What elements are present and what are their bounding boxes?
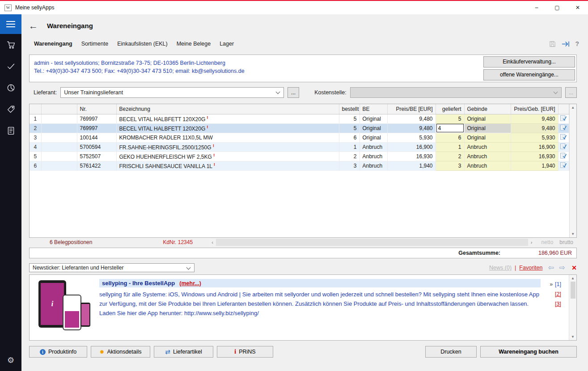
- scroll-down-icon[interactable]: ▼: [571, 232, 575, 236]
- menu-button[interactable]: [0, 14, 21, 34]
- table-row[interactable]: 65761422FRISCHLI SAHNESAUCE VANILLA 1L !…: [30, 161, 569, 170]
- col-preis-be[interactable]: Preis/BE [EUR]: [387, 104, 436, 114]
- col-be[interactable]: BE: [360, 104, 387, 114]
- cell-geliefert[interactable]: 6: [436, 133, 464, 142]
- sidebar-item-tasks[interactable]: [0, 55, 21, 77]
- cell-preis-geb[interactable]: 9,480: [511, 114, 558, 123]
- close-ticker-icon[interactable]: ✕: [571, 264, 577, 271]
- scrollbar-thumb[interactable]: [216, 239, 528, 246]
- news-page-2[interactable]: [2]: [555, 291, 561, 297]
- edit-row-icon[interactable]: [560, 153, 567, 159]
- cell-edit-icon[interactable]: [558, 114, 569, 123]
- scroll-right-icon[interactable]: ›: [528, 239, 535, 246]
- cell-geliefert[interactable]: 1: [436, 142, 464, 152]
- cell-gebinde[interactable]: Anbruch: [464, 161, 511, 170]
- geliefert-input[interactable]: [436, 124, 464, 132]
- prins-button[interactable]: i PRiNS: [217, 346, 273, 358]
- tab-wareneingang[interactable]: Wareneingang: [30, 41, 77, 47]
- cell-preis-geb[interactable]: 16,930: [511, 152, 558, 161]
- table-row[interactable]: 55752507GEKO HUEHNERFLEISCH WF 2,5KG !2A…: [30, 152, 569, 161]
- scroll-up-icon[interactable]: ▲: [571, 276, 575, 280]
- cell-geliefert[interactable]: 3: [436, 161, 464, 170]
- minimize-button[interactable]: –: [526, 1, 547, 14]
- col-geliefert[interactable]: geliefert: [436, 104, 464, 114]
- table-vertical-scrollbar[interactable]: ▲ ▼: [569, 104, 577, 237]
- tab-lager[interactable]: Lager: [215, 41, 238, 47]
- brutto-toggle[interactable]: brutto: [559, 239, 573, 245]
- news-page-3[interactable]: [3]: [555, 301, 561, 307]
- col-bestellt[interactable]: bestellt: [339, 104, 360, 114]
- cell-bestellt: 6: [339, 133, 360, 142]
- lieferant-select[interactable]: Unser Trainingslieferant: [60, 87, 284, 98]
- news-page-1[interactable]: [1]: [555, 281, 561, 287]
- cell-edit-icon[interactable]: [558, 142, 569, 152]
- news-more-link[interactable]: (mehr...): [179, 280, 201, 287]
- next-news-icon[interactable]: ⇨: [559, 264, 565, 271]
- favoriten-link[interactable]: Favoriten: [519, 265, 542, 271]
- cell-preis-geb[interactable]: 1,940: [511, 161, 558, 170]
- cell-edit-icon[interactable]: [558, 123, 569, 133]
- forward-icon[interactable]: [562, 41, 570, 47]
- produktinfo-button[interactable]: i Produktinfo: [29, 346, 87, 358]
- cell-geliefert[interactable]: [436, 123, 464, 133]
- edit-row-icon[interactable]: [560, 143, 567, 149]
- cell-edit-icon[interactable]: [558, 133, 569, 142]
- einkaeuferverwaltung-button[interactable]: Einkäuferverwaltung...: [483, 56, 575, 67]
- close-button[interactable]: ✕: [567, 1, 588, 14]
- scrollbar-thumb[interactable]: [571, 282, 575, 299]
- edit-row-icon[interactable]: [560, 134, 567, 140]
- col-preis-geb[interactable]: Preis/Geb. [EUR]: [511, 104, 558, 114]
- kostenstelle-browse-button[interactable]: ...: [565, 87, 577, 98]
- table-row[interactable]: 45700594FR.SAHNE-HERINGSFIL.2500/1250G !…: [30, 142, 569, 152]
- cell-preis-geb[interactable]: 16,900: [511, 142, 558, 152]
- cell-gebinde[interactable]: Original: [464, 114, 511, 123]
- back-button[interactable]: ←: [29, 21, 38, 30]
- scroll-left-icon[interactable]: ‹: [209, 239, 216, 246]
- news-link[interactable]: News (0): [489, 265, 512, 271]
- cell-gebinde[interactable]: Anbruch: [464, 142, 511, 152]
- drucken-button[interactable]: Drucken: [425, 346, 477, 358]
- save-icon[interactable]: [549, 40, 556, 48]
- cell-edit-icon[interactable]: [558, 161, 569, 170]
- sidebar-item-prices[interactable]: [0, 98, 21, 120]
- table-horizontal-scrollbar[interactable]: ‹ ›: [209, 239, 535, 246]
- newsticker-select[interactable]: Newsticker: Lieferanten und Hersteller: [29, 263, 195, 272]
- edit-row-icon[interactable]: [560, 162, 567, 168]
- edit-row-icon[interactable]: [560, 125, 567, 131]
- prev-news-icon[interactable]: ⇦: [548, 264, 554, 271]
- table-row[interactable]: 1769997BECEL VITAL HALBFETT 120X20G !5Or…: [30, 114, 569, 123]
- help-icon[interactable]: ?: [575, 40, 579, 47]
- sidebar-item-cart[interactable]: [0, 34, 21, 55]
- cell-preis-geb[interactable]: 9,480: [511, 123, 558, 133]
- news-scrollbar[interactable]: ▲ ▼: [569, 275, 576, 340]
- cell-edit-icon[interactable]: [558, 152, 569, 161]
- cell-geliefert[interactable]: 2: [436, 152, 464, 161]
- col-bezeichnung[interactable]: Bezeichnung: [116, 104, 339, 114]
- cell-gebinde[interactable]: Original: [464, 133, 511, 142]
- tab-einkaufslisten[interactable]: Einkaufslisten (EKL): [113, 41, 172, 47]
- col-gebinde[interactable]: Gebinde: [464, 104, 511, 114]
- wareneingang-buchen-button[interactable]: Wareneingang buchen: [480, 346, 577, 358]
- cell-gebinde[interactable]: Anbruch: [464, 152, 511, 161]
- sidebar-item-catalog[interactable]: [0, 120, 21, 141]
- table-row[interactable]: 2769997BECEL VITAL HALBFETT 120X20G !5Or…: [30, 123, 569, 133]
- col-nr[interactable]: Nr.: [77, 104, 116, 114]
- maximize-button[interactable]: ▢: [547, 1, 567, 14]
- netto-toggle[interactable]: netto: [541, 239, 554, 245]
- cell-geliefert[interactable]: 5: [436, 114, 464, 123]
- edit-row-icon[interactable]: [560, 115, 567, 121]
- tab-meine-belege[interactable]: Meine Belege: [172, 41, 215, 47]
- offene-wareneingaenge-button[interactable]: offene Wareneingänge...: [483, 69, 575, 80]
- cell-gebinde[interactable]: Original: [464, 123, 511, 133]
- table-row[interactable]: 3100144KROMBACHER RADLER 11X0,5L MW6Orig…: [30, 133, 569, 142]
- tab-sortimente[interactable]: Sortimente: [77, 41, 113, 47]
- scroll-up-icon[interactable]: ▲: [571, 105, 575, 110]
- sidebar-item-statistics[interactable]: [0, 77, 21, 98]
- aktionsdetails-button[interactable]: ✹ Aktionsdetails: [91, 346, 150, 358]
- lieferant-browse-button[interactable]: ...: [288, 87, 299, 98]
- cell-preis-geb[interactable]: 5,930: [511, 133, 558, 142]
- scroll-down-icon[interactable]: ▼: [571, 335, 575, 339]
- settings-button[interactable]: ⚙: [0, 350, 21, 371]
- kostenstelle-select[interactable]: [350, 87, 562, 98]
- lieferartikel-button[interactable]: ⇄ Lieferartikel: [154, 346, 213, 358]
